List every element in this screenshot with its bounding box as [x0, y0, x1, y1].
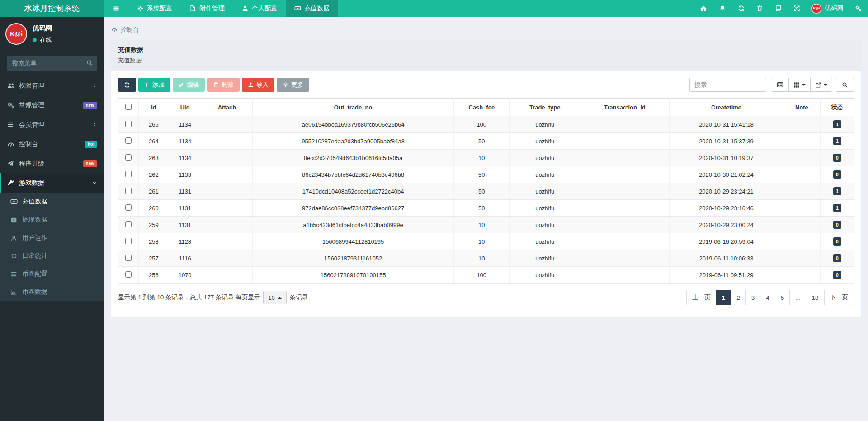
add-button-label: 添加	[152, 81, 165, 89]
cell-note	[783, 217, 820, 233]
column-header-transaction-id: Transaction_id	[580, 99, 669, 116]
cell-trade-type: uozhifu	[509, 267, 580, 284]
next-page-button[interactable]: 下一页	[824, 290, 854, 305]
row-checkbox[interactable]	[125, 188, 132, 194]
menu-search-input[interactable]	[7, 56, 97, 71]
refresh-table-button[interactable]	[118, 78, 136, 92]
row-checkbox[interactable]	[125, 121, 132, 127]
row-checkbox[interactable]	[125, 171, 132, 177]
row-select-cell	[118, 250, 139, 267]
pagination-summary-suffix: 条记录	[290, 293, 308, 302]
per-page-select[interactable]: 10	[263, 291, 286, 304]
breadcrumb-item[interactable]: 控制台	[121, 26, 139, 34]
caret-down-icon	[802, 84, 806, 86]
cell-trade-type: uozhifu	[509, 150, 580, 166]
import-button[interactable]: 导入	[242, 78, 274, 92]
page-button[interactable]: 18	[806, 290, 824, 305]
select-all-cell	[118, 99, 139, 116]
user-outline-icon	[10, 235, 17, 241]
breadcrumb: 控制台	[104, 17, 868, 40]
sidebar-item-game-data[interactable]: 游戏数据	[0, 173, 104, 193]
sidebar-item-upgrade[interactable]: 程序升级 new	[0, 154, 104, 173]
cell-out-trade-no: 955210287edaa2d3bd7a9005babf84a8	[253, 133, 453, 150]
sidebar-item-members[interactable]: 会员管理	[0, 115, 104, 134]
page-button[interactable]: 1	[716, 290, 731, 305]
cell-attach	[201, 116, 253, 133]
row-checkbox[interactable]	[125, 221, 132, 227]
sidebar-item-user-operation[interactable]: 用户运作	[0, 229, 104, 247]
cell-cash-fee: 50	[453, 166, 509, 183]
cell-transaction-id	[580, 267, 669, 284]
column-header-status: 状态	[820, 99, 854, 116]
row-checkbox[interactable]	[125, 255, 132, 261]
avatar: K@i	[5, 23, 27, 45]
settings-button[interactable]	[849, 0, 868, 17]
row-checkbox[interactable]	[125, 271, 132, 278]
sidebar-item-daily-stats[interactable]: 日常统计	[0, 247, 104, 265]
notifications-button[interactable]	[713, 0, 732, 17]
nav-item-profile[interactable]: 个人配置	[233, 0, 286, 17]
cell-uid: 1131	[169, 200, 201, 217]
cell-attach	[201, 200, 253, 217]
row-checkbox[interactable]	[125, 238, 132, 244]
import-button-label: 导入	[256, 81, 269, 89]
page-button[interactable]: 5	[775, 290, 790, 305]
user-menu[interactable]: K@i 优码网	[806, 0, 849, 17]
status-badge: 0	[833, 237, 841, 246]
chevron-down-icon	[92, 180, 97, 185]
table-search-input[interactable]	[689, 78, 766, 92]
table-row: 261 1131 17410dcd10408a52cceef1d2722c40b…	[118, 183, 854, 200]
sidebar-item-label: 充值数据	[22, 198, 47, 206]
row-checkbox[interactable]	[125, 137, 132, 144]
cell-status: 0	[820, 250, 854, 267]
sidebar-item-dashboard[interactable]: 控制台 hot	[0, 134, 104, 154]
nav-item-recharge-data[interactable]: 充值数据	[286, 0, 338, 17]
page-button[interactable]: 4	[760, 290, 775, 305]
sidebar-item-withdraw-data[interactable]: t 提现数据	[0, 211, 104, 229]
select-all-checkbox[interactable]	[125, 104, 132, 110]
search-submit-button[interactable]	[836, 78, 854, 92]
panel-title: 充值数据	[118, 46, 854, 54]
edit-button[interactable]: 编辑	[173, 78, 205, 92]
refresh-button[interactable]	[732, 0, 750, 17]
fullscreen-button[interactable]	[788, 0, 806, 17]
sidebar-toggle-button[interactable]	[104, 0, 128, 17]
export-button[interactable]	[810, 78, 832, 92]
sidebar-item-label: 控制台	[19, 140, 38, 148]
clear-cache-button[interactable]	[750, 0, 769, 17]
chevron-left-icon	[92, 122, 97, 127]
cell-createtime: 2020-10-29 23:24:21	[669, 183, 783, 200]
cell-attach	[201, 183, 253, 200]
cell-transaction-id	[580, 217, 669, 233]
hot-badge: hot	[85, 141, 97, 148]
cell-id: 259	[139, 217, 169, 233]
columns-button[interactable]	[788, 78, 811, 92]
nav-item-system-config[interactable]: 系统配置	[128, 0, 181, 17]
page-button[interactable]: 3	[745, 290, 761, 305]
toggle-view-button[interactable]	[771, 78, 789, 92]
sidebar-item-coin-config[interactable]: 币圈配置	[0, 265, 104, 283]
logs-button[interactable]	[769, 0, 788, 17]
cell-status: 0	[820, 166, 854, 183]
nav-item-attachments[interactable]: 附件管理	[181, 0, 233, 17]
cell-uid: 1128	[169, 233, 201, 250]
prev-page-button[interactable]: 上一页	[686, 290, 717, 305]
cell-transaction-id	[580, 200, 669, 217]
page-button[interactable]: 2	[731, 290, 746, 305]
sidebar-item-coin-data[interactable]: 币圈数据	[0, 283, 104, 301]
cell-attach	[201, 166, 253, 183]
cell-note	[783, 183, 820, 200]
refresh-icon	[738, 5, 745, 12]
sidebar-item-general[interactable]: 常规管理 new	[0, 95, 104, 115]
status-badge: 1	[833, 187, 841, 195]
sidebar-item-permissions[interactable]: 权限管理	[0, 76, 104, 95]
plus-icon	[144, 82, 150, 88]
more-button[interactable]: 更多	[277, 78, 309, 92]
cell-trade-type: uozhifu	[509, 217, 580, 233]
add-button[interactable]: 添加	[138, 78, 170, 92]
home-button[interactable]	[694, 0, 713, 17]
delete-button[interactable]: 删除	[207, 78, 240, 92]
row-checkbox[interactable]	[125, 204, 132, 211]
row-checkbox[interactable]	[125, 154, 132, 161]
sidebar-item-recharge-data[interactable]: 充值数据	[0, 193, 104, 211]
